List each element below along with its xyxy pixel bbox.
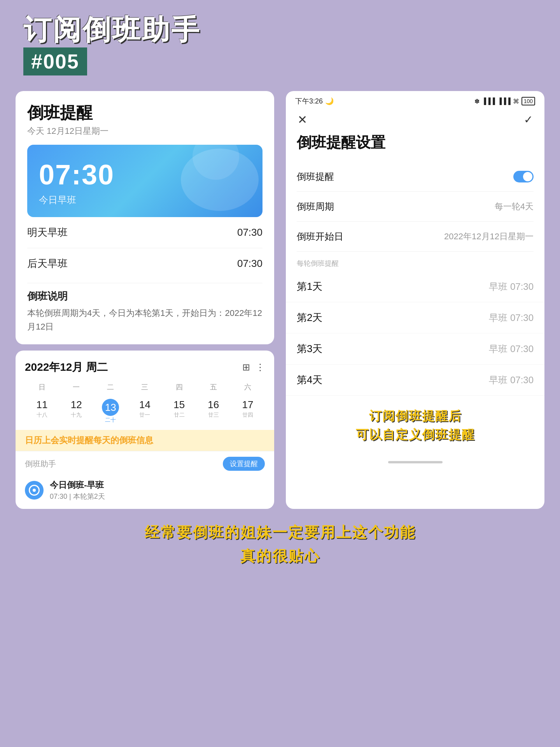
wifi-icon: ⌘ (513, 98, 519, 105)
right-panel: 下午3:26 🌙 ✽ ▐▐▐ ▐▐▐ ⌘ 100 ✕ ✓ 倒班提醒设置 (286, 91, 544, 509)
event-source: 倒班助手 (25, 459, 56, 469)
reminder-time-2: 早班 07:30 (489, 312, 534, 324)
event-icon-inner (29, 485, 40, 496)
calendar-card: 2022年12月 周二 ⊞ ⋮ 日 一 二 三 四 五 六 11 十八 (16, 351, 274, 509)
table-row: 后天早班 07:30 (27, 248, 262, 279)
issue-tag: #005 (23, 47, 87, 75)
reminder-time-4: 早班 07:30 (489, 374, 534, 386)
info-section: 倒班说明 本轮倒班周期为4天，今日为本轮第1天，开始日为：2022年12月12日 (27, 283, 262, 333)
signal-icon-2: ▐▐▐ (497, 98, 511, 105)
calendar-days: 11 十八 12 十九 13 二十 14 廿一 15 廿二 (25, 396, 265, 426)
event-subtitle: 07:30 | 本轮第2天 (50, 492, 105, 501)
reminder-day-3: 第3天 (297, 342, 322, 356)
calendar-annotation: 日历上会实时提醒每天的倒班信息 (16, 430, 274, 451)
reminder-card-title: 倒班提醒 (27, 102, 262, 124)
main-title: 订阅倒班助手 (23, 16, 537, 44)
schedule-label-1: 明天早班 (27, 226, 68, 239)
setting-label-startdate: 倒班开始日 (297, 230, 343, 243)
section-label: 每轮倒班提醒 (286, 252, 544, 271)
day-cell-12[interactable]: 12 十九 (59, 396, 93, 426)
settings-title: 倒班提醒设置 (297, 133, 534, 153)
footer-text: 经常要倒班的姐妹一定要用上这个功能真的很贴心 (23, 521, 537, 568)
day-cell-16[interactable]: 16 廿三 (196, 396, 231, 426)
calendar-header: 2022年12月 周二 ⊞ ⋮ (25, 360, 265, 375)
bottom-bar (286, 455, 544, 470)
reminder-card-date: 今天 12月12日星期一 (27, 125, 262, 137)
nav-bar: ✕ ✓ (286, 109, 544, 133)
setting-row-cycle[interactable]: 倒班周期 每一轮4天 (297, 192, 534, 222)
reminder-day-2: 第2天 (297, 311, 322, 324)
set-reminder-button[interactable]: 设置提醒 (223, 457, 265, 471)
battery-icon: 100 (522, 97, 535, 105)
day-cell-17[interactable]: 17 廿四 (231, 396, 265, 426)
status-time: 下午3:26 (295, 96, 323, 106)
table-row: 明天早班 07:30 (27, 217, 262, 248)
weekday-mon: 一 (59, 381, 93, 393)
weekday-wed: 三 (128, 381, 162, 393)
status-bar: 下午3:26 🌙 ✽ ▐▐▐ ▐▐▐ ⌘ 100 (286, 91, 544, 109)
bottom-indicator (388, 461, 443, 463)
event-info: 今日倒班-早班 07:30 | 本轮第2天 (50, 479, 105, 501)
event-icon (25, 481, 44, 500)
weekday-sat: 六 (231, 381, 265, 393)
weekday-tue: 二 (93, 381, 128, 393)
moon-icon: 🌙 (325, 97, 334, 105)
setting-value-cycle: 每一轮4天 (495, 201, 534, 212)
schedule-time-2: 07:30 (237, 258, 262, 270)
day-cell-11[interactable]: 11 十八 (25, 396, 59, 426)
reminder-day-1: 第1天 (297, 280, 322, 293)
right-annotation: 订阅倒班提醒后可以自定义倒班提醒 (286, 396, 544, 455)
reminder-schedule-list: 第1天 早班 07:30 第2天 早班 07:30 第3天 早班 07:30 第… (286, 271, 544, 396)
time-display: 07:30 (39, 159, 251, 191)
schedule-list: 明天早班 07:30 后天早班 07:30 (27, 217, 262, 279)
toggle-knob (523, 172, 532, 181)
settings-content: 倒班提醒设置 倒班提醒 倒班周期 每一轮4天 倒班开始日 2022年12月12日… (286, 133, 544, 252)
calendar-event-header: 倒班助手 设置提醒 (16, 451, 274, 475)
status-left: 下午3:26 🌙 (295, 96, 334, 106)
day-cell-15[interactable]: 15 廿二 (162, 396, 196, 426)
schedule-time-1: 07:30 (237, 226, 262, 238)
setting-label-cycle: 倒班周期 (297, 200, 334, 213)
calendar-weekdays: 日 一 二 三 四 五 六 (25, 381, 265, 393)
footer: 经常要倒班的姐妹一定要用上这个功能真的很贴心 (0, 509, 560, 587)
time-banner: 07:30 今日早班 (27, 145, 262, 217)
reminder-day-4: 第4天 (297, 373, 322, 387)
weekday-thu: 四 (162, 381, 196, 393)
right-annotation-text: 订阅倒班提醒后可以自定义倒班提醒 (294, 407, 537, 444)
reminder-row-day2[interactable]: 第2天 早班 07:30 (286, 302, 544, 333)
setting-row-toggle: 倒班提醒 (297, 162, 534, 192)
header: 订阅倒班助手 #005 (0, 0, 560, 83)
setting-value-startdate: 2022年12月12日星期一 (444, 231, 534, 242)
setting-label-daobantixing: 倒班提醒 (297, 170, 334, 183)
reminder-card: 倒班提醒 今天 12月12日星期一 07:30 今日早班 明天早班 07:30 … (16, 91, 274, 344)
bluetooth-icon: ✽ (474, 98, 480, 105)
setting-row-startdate[interactable]: 倒班开始日 2022年12月12日星期一 (297, 222, 534, 252)
reminder-row-day4[interactable]: 第4天 早班 07:30 (286, 365, 544, 396)
reminder-time-1: 早班 07:30 (489, 281, 534, 293)
reminder-row-day3[interactable]: 第3天 早班 07:30 (286, 333, 544, 365)
main-content: 倒班提醒 今天 12月12日星期一 07:30 今日早班 明天早班 07:30 … (0, 91, 560, 509)
calendar-month: 2022年12月 周二 (25, 360, 108, 375)
calendar-grid-icon[interactable]: ⊞ (242, 362, 250, 373)
day-cell-13-today[interactable]: 13 二十 (93, 396, 128, 426)
confirm-icon[interactable]: ✓ (524, 113, 533, 126)
annotation-text: 日历上会实时提醒每天的倒班信息 (25, 435, 153, 445)
info-text: 本轮倒班周期为4天，今日为本轮第1天，开始日为：2022年12月12日 (27, 306, 262, 333)
signal-icon-1: ▐▐▐ (482, 98, 495, 105)
day-cell-14[interactable]: 14 廿一 (128, 396, 162, 426)
phone-screen: 下午3:26 🌙 ✽ ▐▐▐ ▐▐▐ ⌘ 100 ✕ ✓ 倒班提醒设置 (286, 91, 544, 509)
toggle-switch[interactable] (513, 171, 534, 182)
shift-today: 今日早班 (39, 194, 251, 206)
weekday-sun: 日 (25, 381, 59, 393)
event-row: 今日倒班-早班 07:30 | 本轮第2天 (25, 475, 265, 509)
reminder-time-3: 早班 07:30 (489, 343, 534, 355)
info-title: 倒班说明 (27, 289, 262, 303)
calendar-icons: ⊞ ⋮ (242, 362, 265, 373)
calendar-more-icon[interactable]: ⋮ (256, 362, 265, 373)
reminder-row-day1[interactable]: 第1天 早班 07:30 (286, 271, 544, 302)
left-panel: 倒班提醒 今天 12月12日星期一 07:30 今日早班 明天早班 07:30 … (16, 91, 274, 509)
close-icon[interactable]: ✕ (298, 113, 307, 126)
weekday-fri: 五 (196, 381, 231, 393)
status-right: ✽ ▐▐▐ ▐▐▐ ⌘ 100 (474, 97, 535, 105)
schedule-label-2: 后天早班 (27, 257, 68, 270)
